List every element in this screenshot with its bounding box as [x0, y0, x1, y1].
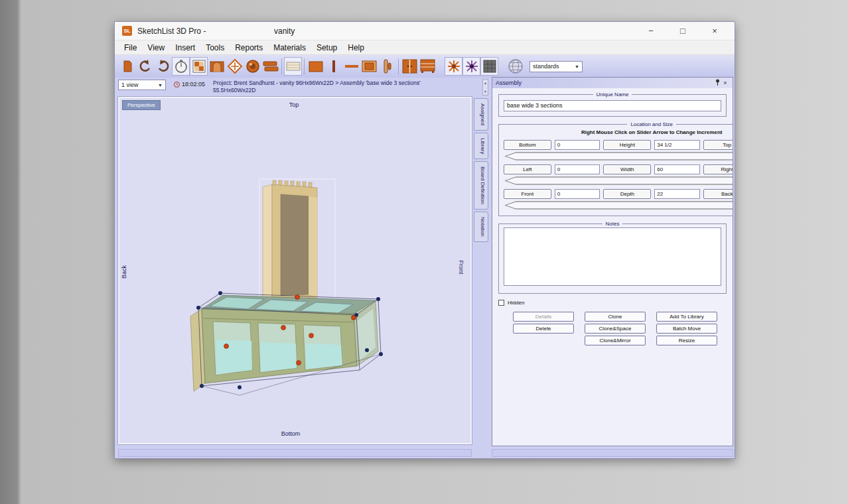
view-count-dropdown[interactable]: 1 view ▼ [118, 80, 166, 90]
width-slider[interactable] [504, 176, 733, 185]
pin-icon[interactable] [713, 79, 721, 87]
height-input[interactable] [654, 140, 700, 150]
panel-light-icon[interactable] [284, 57, 302, 76]
back-button[interactable]: Back [703, 189, 733, 199]
hardware-pull-icon[interactable] [378, 57, 396, 76]
menu-file[interactable]: File [119, 43, 142, 52]
top-button[interactable]: Top [703, 140, 733, 150]
undo-icon[interactable] [136, 57, 154, 76]
notes-legend: Notes [602, 221, 623, 227]
viewport-label-bottom: Bottom [281, 430, 301, 437]
panel-close-icon[interactable]: × [721, 80, 729, 86]
tab-library[interactable]: Library [474, 133, 488, 159]
height-button[interactable]: Height [603, 140, 651, 150]
board-solid-icon[interactable] [307, 57, 324, 76]
depth-row: Front Depth Back [504, 189, 733, 199]
left-button[interactable]: Left [504, 164, 551, 174]
height-slider-row [504, 152, 733, 160]
bottom-input[interactable] [555, 140, 601, 150]
unique-name-input[interactable] [504, 100, 721, 111]
chevron-down-icon: ▼ [158, 83, 163, 88]
app-logo-icon: SL [122, 26, 132, 36]
view-count-value: 1 view [121, 82, 139, 88]
location-size-legend: Location and Size [627, 121, 676, 127]
details-button[interactable]: Details [513, 312, 574, 322]
document-title: vanity [274, 27, 295, 36]
right-button[interactable]: Right [703, 164, 733, 174]
width-input[interactable] [654, 164, 700, 174]
notes-textarea[interactable] [504, 227, 721, 286]
viewport-label-top: Top [289, 101, 299, 108]
app-window: SL SketchList 3D Pro - vanity − □ × File… [114, 21, 735, 459]
front-button[interactable]: Front [504, 189, 551, 199]
session-timer: 18:02:05 [174, 81, 205, 88]
divider-vertical-icon[interactable] [324, 57, 342, 76]
ornament-orange-icon[interactable] [445, 57, 462, 76]
width-button[interactable]: Width [603, 164, 651, 174]
hidden-checkbox[interactable] [498, 300, 504, 306]
framed-panel-icon[interactable] [360, 57, 378, 76]
status-bar-left [118, 449, 472, 457]
menu-reports[interactable]: Reports [230, 43, 268, 52]
assembly-panel-body: Unique Name Location and Size Right Mous… [492, 88, 733, 446]
layout-grid-icon[interactable] [190, 57, 208, 76]
minimize-button[interactable]: − [635, 22, 667, 40]
perspective-button[interactable]: Perspective [122, 100, 161, 110]
cabinet-arch-icon[interactable] [208, 57, 226, 76]
redo-icon[interactable] [154, 57, 172, 76]
panel-splitter-handle[interactable]: ▲▼ [482, 79, 488, 95]
hidden-row: Hidden [498, 300, 727, 306]
menu-materials[interactable]: Materials [268, 43, 311, 52]
menu-tools[interactable]: Tools [200, 43, 230, 52]
drawer-unit-icon[interactable] [419, 57, 437, 76]
tab-notation[interactable]: Notation [474, 212, 488, 242]
front-input[interactable] [555, 189, 601, 199]
ornament-purple-icon[interactable] [462, 57, 480, 76]
hidden-label: Hidden [508, 300, 524, 306]
resize-button[interactable]: Resize [656, 336, 717, 346]
add-to-library-button[interactable]: Add To Library [656, 312, 717, 322]
viewport[interactable]: Perspective Top Bottom Back Front [118, 97, 472, 444]
close-button[interactable]: × [699, 22, 731, 40]
chevron-down-icon: ▼ [575, 64, 579, 69]
tab-assigned[interactable]: Assigned [474, 98, 488, 131]
menu-help[interactable]: Help [342, 43, 370, 52]
height-slider[interactable] [504, 152, 733, 160]
board-stack-icon[interactable] [261, 57, 279, 76]
depth-button[interactable]: Depth [603, 189, 651, 199]
move-diamond-icon[interactable] [226, 57, 244, 76]
depth-slider-row [504, 201, 733, 210]
clone-button[interactable]: Clone [585, 312, 646, 322]
depth-input[interactable] [654, 189, 700, 199]
maximize-button[interactable]: □ [667, 22, 699, 40]
divider-horizontal-icon[interactable] [342, 57, 360, 76]
delete-button[interactable]: Delete [513, 324, 574, 334]
height-row: Bottom Height Top [504, 140, 733, 150]
standards-dropdown[interactable]: standards ▼ [530, 61, 583, 72]
texture-grid-icon[interactable] [480, 57, 498, 76]
menu-setup[interactable]: Setup [311, 43, 342, 52]
stopwatch-icon[interactable] [172, 57, 190, 76]
depth-slider[interactable] [504, 201, 733, 210]
clone-mirror-button[interactable]: Clone&Mirror [585, 336, 646, 346]
double-door-cabinet-icon[interactable] [401, 57, 419, 76]
width-row: Left Width Right [504, 164, 733, 174]
left-input[interactable] [555, 164, 601, 174]
unique-name-legend: Unique Name [593, 92, 632, 97]
globe-icon[interactable] [506, 57, 524, 76]
notes-group: Notes [498, 221, 727, 294]
menu-view[interactable]: View [142, 43, 170, 52]
tab-board-definition[interactable]: Board Definition [474, 161, 488, 210]
base-cabinet-model[interactable] [190, 295, 378, 391]
disc-icon[interactable] [244, 57, 261, 76]
view-info-bar: 1 view ▼ 18:02:05 Project: Brent Sandhur… [115, 78, 490, 97]
location-size-group: Location and Size Right Mouse Click on S… [498, 121, 733, 216]
mirror-cabinet-model[interactable] [259, 179, 335, 306]
batch-move-button[interactable]: Batch Move [656, 324, 717, 334]
clone-space-button[interactable]: Clone&Space [585, 324, 646, 334]
bottom-button[interactable]: Bottom [504, 140, 551, 150]
menu-insert[interactable]: Insert [170, 43, 200, 52]
standards-dropdown-value: standards [533, 63, 559, 70]
scene-canvas[interactable]: Top Bottom Back Front [119, 98, 470, 443]
new-document-icon[interactable] [118, 57, 136, 76]
